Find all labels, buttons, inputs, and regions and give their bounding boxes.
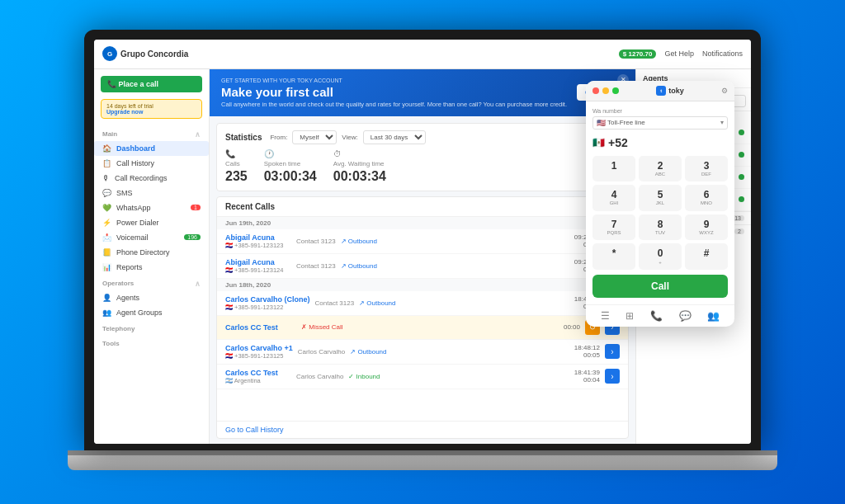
key-5[interactable]: 5JKL <box>639 185 682 211</box>
contact-id: Carlos Carvalho <box>296 373 343 380</box>
key-8[interactable]: 8TUV <box>639 214 682 241</box>
call-row-missed: Carlos CC Test ✗ Missed Call 00:00 ↺ › <box>217 316 628 340</box>
contact-name[interactable]: Carlos Carvalho (Clone) <box>225 295 310 304</box>
calls-footer-link[interactable]: Go to Call History <box>217 421 628 438</box>
key-9[interactable]: 9WXYZ <box>685 214 728 241</box>
calls-icon: 📞 <box>225 149 248 158</box>
laptop-notch <box>68 450 777 455</box>
toky-title: t toky <box>622 86 718 96</box>
header-credits: $ 1270.70 <box>619 49 657 59</box>
call-time: 00:00 <box>531 323 580 331</box>
call-row: Carlos Carvalho +1 🇭🇷+385-991-123125 Car… <box>217 340 628 365</box>
sidebar-item-call-recordings[interactable]: 🎙 Call Recordings <box>94 171 209 186</box>
dialer-phone-icon[interactable]: 📞 <box>650 310 663 322</box>
call-detail-button[interactable]: › <box>605 369 620 384</box>
trial-label: 14 days left of trial <box>106 103 196 109</box>
banner-subtitle: Call anywhere in the world and check out… <box>221 101 569 108</box>
key-4[interactable]: 4GHI <box>592 185 635 211</box>
stat-waiting-time: ⏱ Avg. Waiting time 00:03:34 <box>333 149 386 184</box>
stat-calls-label: Calls <box>225 160 248 167</box>
contact-name[interactable]: Abigail Acuna <box>225 258 291 266</box>
sidebar-item-whatsapp[interactable]: 💚 WhatsApp 1 <box>94 200 209 215</box>
key-star[interactable]: * <box>592 243 635 270</box>
whatsapp-badge: 1 <box>191 205 201 210</box>
window-maximize-dot[interactable] <box>612 87 619 94</box>
laptop: G Grupo Concordia $ 1270.70 Get Help Not… <box>68 30 777 475</box>
waiting-time-icon: ⏱ <box>333 149 386 158</box>
laptop-base <box>68 455 777 470</box>
dialer-team-icon[interactable]: 👥 <box>707 310 720 322</box>
dashboard-icon: 🏠 <box>102 144 111 153</box>
call-type: ✓ Inbound <box>348 373 398 380</box>
trial-notice: 14 days left of trial Upgrade now <box>101 99 202 119</box>
stats-section: Statistics From: Myself View: Last 30 da… <box>216 123 629 191</box>
line-chevron-icon: ▾ <box>720 119 724 126</box>
phone-directory-icon: 📒 <box>102 248 111 257</box>
sms-icon: 💬 <box>102 189 111 197</box>
sidebar-item-reports[interactable]: 📊 Reports <box>94 260 209 275</box>
dialer-number-input[interactable] <box>608 134 734 151</box>
window-minimize-dot[interactable] <box>602 87 609 94</box>
contact-id: Carlos Carvalho <box>298 348 345 356</box>
whatsapp-icon: 💚 <box>102 204 111 212</box>
call-row: Abigail Acuna 🇭🇷+385-991-123124 Contact … <box>217 254 628 279</box>
stats-row: 📞 Calls 235 🕐 Spoken time 03:00:34 ⏱ <box>225 149 620 184</box>
dialer-chat-icon[interactable]: 💬 <box>679 310 692 322</box>
reports-icon: 📊 <box>102 263 111 271</box>
sidebar-item-phone-directory[interactable]: 📒 Phone Directory <box>94 245 209 260</box>
toky-settings-icon[interactable]: ⚙ <box>721 87 728 95</box>
stats-view-select[interactable]: Last 30 days <box>363 130 426 144</box>
contact-name[interactable]: Abigail Acuna <box>225 233 291 242</box>
key-hash[interactable]: # <box>685 243 728 270</box>
sidebar-item-call-history[interactable]: 📋 Call History <box>94 156 209 171</box>
screen-bezel: G Grupo Concordia $ 1270.70 Get Help Not… <box>84 30 761 450</box>
sidebar-item-agents[interactable]: 👤 Agents <box>94 290 209 305</box>
dialer-flag: 🇲🇽 <box>592 137 605 148</box>
dialer-bottom-bar: ☰ ⊞ 📞 💬 👥 <box>586 304 734 327</box>
stat-spoken-time: 🕐 Spoken time 03:00:34 <box>264 149 317 184</box>
key-3[interactable]: 3DEF <box>685 156 728 182</box>
banner: GET STARTED WITH YOUR TOKY ACCOUNT Make … <box>210 69 635 116</box>
contact-name[interactable]: Carlos CC Test <box>225 369 291 377</box>
dialer-contacts-icon[interactable]: ⊞ <box>625 310 634 322</box>
dialer-list-icon[interactable]: ☰ <box>601 310 610 322</box>
recent-calls-section: Recent Calls Jun 19th, 2020 Abigail Acun… <box>216 196 629 439</box>
sidebar-item-sms[interactable]: 💬 SMS <box>94 186 209 200</box>
sidebar-item-dashboard[interactable]: 🏠 Dashboard <box>94 141 209 156</box>
stat-spoken-label: Spoken time <box>264 160 317 167</box>
contact-id: Contact 3123 <box>296 262 336 270</box>
key-7[interactable]: 7PQRS <box>592 214 635 241</box>
call-detail-button[interactable]: › <box>605 344 620 359</box>
section-operators: Operators ∧ <box>94 275 209 290</box>
header-notifications[interactable]: Notifications <box>702 49 743 58</box>
credits-badge: $ 1270.70 <box>619 49 657 59</box>
sidebar-item-voicemail[interactable]: 📩 Voicemail 196 <box>94 230 209 245</box>
screen: G Grupo Concordia $ 1270.70 Get Help Not… <box>94 40 751 444</box>
contact-id: Contact 3123 <box>296 238 336 245</box>
sidebar-item-power-dialer[interactable]: ⚡ Power Dialer <box>94 215 209 230</box>
place-call-button[interactable]: 📞 Place a call <box>101 76 202 92</box>
key-0[interactable]: 0+ <box>639 243 682 270</box>
agent-status-online <box>739 196 744 202</box>
key-1[interactable]: 1 <box>592 156 635 182</box>
main-content: GET STARTED WITH YOUR TOKY ACCOUNT Make … <box>210 69 635 444</box>
call-button[interactable]: Call <box>592 275 728 298</box>
contact-number: 🇭🇷+385-991-123122 <box>225 304 310 311</box>
voicemail-badge: 196 <box>184 234 201 240</box>
dialer-line-select[interactable]: 🇺🇸 Toll-Free line ▾ <box>592 116 728 130</box>
upgrade-link[interactable]: Upgrade now <box>106 109 196 115</box>
stats-from-select[interactable]: Myself <box>292 130 337 144</box>
app-header: G Grupo Concordia $ 1270.70 Get Help Not… <box>94 40 751 69</box>
line-label: Toll-Free line <box>607 119 719 126</box>
key-2[interactable]: 2ABC <box>639 156 682 182</box>
section-tools: Tools <box>94 335 209 350</box>
contact-name[interactable]: Carlos CC Test <box>225 323 291 332</box>
spoken-time-icon: 🕐 <box>264 149 317 158</box>
window-close-dot[interactable] <box>592 87 599 94</box>
wa-number-label: Wa number <box>592 108 728 114</box>
app-logo: G Grupo Concordia <box>102 46 188 61</box>
contact-name[interactable]: Carlos Carvalho +1 <box>225 344 293 352</box>
sidebar-item-agent-groups[interactable]: 👥 Agent Groups <box>94 305 209 320</box>
key-6[interactable]: 6MNO <box>685 185 728 211</box>
header-help[interactable]: Get Help <box>664 49 694 58</box>
